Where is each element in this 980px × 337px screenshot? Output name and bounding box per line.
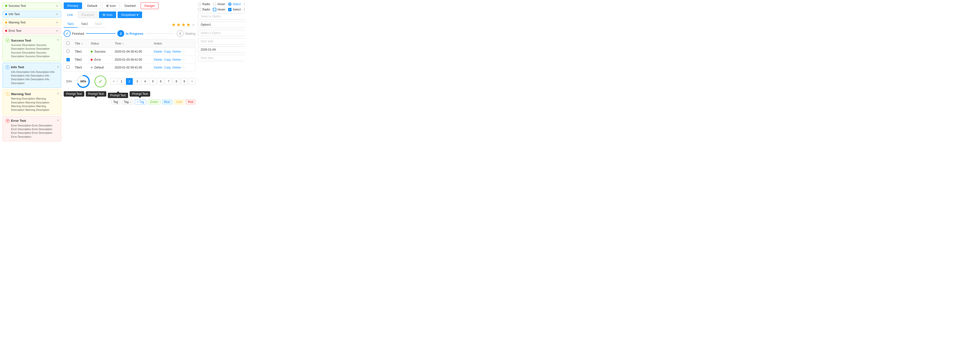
row-checkbox-checked[interactable]: ✓ [67,58,70,62]
alert-close-button[interactable]: × [56,13,59,16]
more-icon[interactable]: ··· [183,50,185,53]
tag-close-icon[interactable]: × [130,101,131,103]
dashed-button[interactable]: Dashed [121,2,139,9]
checkbox-label: Hover [217,8,225,11]
copy-link[interactable]: Copy [164,66,171,69]
cell-status: Error [88,56,112,63]
select-option-3[interactable]: Select a Option ▾ [198,30,245,36]
more-icon[interactable]: ··· [183,58,185,62]
row-checkbox[interactable] [67,50,70,53]
star-2[interactable]: ★ [177,22,181,28]
warning-dot [5,22,7,24]
alert-close-button[interactable]: × [57,119,59,122]
alert-close-button[interactable]: × [56,29,59,33]
alert-close-button[interactable]: × [56,4,59,8]
default-button[interactable]: Default [84,2,101,9]
row-checkbox[interactable] [67,66,70,69]
date-input-3[interactable]: Start date 📅 [198,55,245,61]
page-9[interactable]: 9 [181,78,188,85]
error-icon: ✕ [6,119,10,123]
table-row: Title3 Default 2020-01-02 09:41:00 Delet… [64,63,195,72]
primary-button[interactable]: Primary [64,2,82,9]
danger-button[interactable]: Danger [141,2,159,9]
icon-glyph: ⊞ [106,4,109,8]
more-icon[interactable]: ··· [183,66,185,69]
pagination-next[interactable]: > [189,78,196,85]
circle-progress: 68% [76,74,91,89]
checkbox-hover-box[interactable] [213,8,216,11]
checkbox-disabled: Disabled [244,8,245,11]
icon-glyph-blue: ⊞ [103,13,105,17]
delete-link[interactable]: Delete [154,50,162,53]
page-1[interactable]: 1 [118,78,125,85]
tab-tab2[interactable]: Tab2 [78,21,91,28]
alert-close-button[interactable]: × [57,38,59,42]
page-2-active[interactable]: 2 [126,78,133,85]
icon-button[interactable]: ⊞ Icon [102,2,119,9]
page-6[interactable]: 6 [157,78,164,85]
radio-dot [229,3,231,5]
alert-error-title: Error Text [11,119,26,122]
delete-link2[interactable]: Delete [172,58,181,62]
step-circle-active: 2 [117,30,124,37]
alert-close-button[interactable]: × [56,21,59,24]
delete-link[interactable]: Delete [154,66,162,69]
success-icon: ✓ [6,38,10,42]
add-tag-button[interactable]: + Tag [135,100,146,104]
copy-link[interactable]: Copy [164,50,171,53]
circle-label: 68% [80,80,86,83]
delete-link[interactable]: Delete [154,58,162,62]
select-option-1[interactable]: Select a Option ▾ [198,13,245,19]
cell-time: 2020-01-03 09:41:00 [112,56,151,63]
date-input-2[interactable]: 2020-01-04 📅 [198,46,245,53]
tooltip-box: Prompt Text [108,93,128,98]
step-circle-waiting: 3 [177,30,183,37]
tabs-stars-row: Tab1 Tab2 Tab3 ★ ★ ★ ★ ★ [64,21,196,28]
alert-success-complex: ✓ Success Text Success Description Succe… [2,36,61,61]
alert-error-complex: ✕ Error Text Error Description Error Des… [2,116,61,142]
pagination-prev[interactable]: < [110,78,117,85]
alert-warning-title: Warning Text [11,92,31,96]
radio-label: Radio [202,2,210,6]
page-4[interactable]: 4 [142,78,148,85]
page-8[interactable]: 8 [173,78,180,85]
alert-close-button[interactable]: × [57,65,59,69]
icon-blue-button[interactable]: ⊞ Icon [99,11,116,18]
copy-link[interactable]: Copy [164,58,171,62]
radio-label: Hover [217,2,225,6]
cell-title: Title3 [72,63,88,72]
date-input-1[interactable]: Start date 📅 [198,38,245,44]
star-1[interactable]: ★ [172,22,176,28]
star-3[interactable]: ★ [181,22,186,28]
radio-disabled: Disabled [244,2,245,6]
checkbox-checked-box[interactable]: ✓ [228,8,232,11]
tab-tab3: Tab3 [91,21,105,28]
star-5-empty[interactable]: ★ [191,22,196,28]
select-option-2[interactable]: Option1 ▾ [198,22,245,28]
button-row-1: Primary Default ⊞ Icon Dashed Danger [64,2,196,9]
delete-link2[interactable]: Delete [172,66,181,69]
delete-link2[interactable]: Delete [172,50,181,53]
checkbox-hover: Hover [213,8,225,11]
alert-success-desc: Success Description Success Description … [11,43,58,59]
alert-error-text: Error Text [9,29,21,33]
pagination: < 1 2 3 4 5 6 7 8 9 > [110,78,196,85]
page-7[interactable]: 7 [165,78,172,85]
cell-time: 2020-01-02 09:41:00 [112,63,151,72]
tab-tab1[interactable]: Tab1 [64,21,78,28]
dropdown-button[interactable]: Dropdown ▾ [118,11,142,18]
alert-warning-complex: ! Warning Text Warning Description Warni… [2,89,61,115]
alert-error-desc: Error Description Error Description Erro… [11,124,58,139]
tag-label: Tag [124,100,129,104]
step-waiting: 3 Waiting [177,30,196,37]
star-4-half[interactable]: ★ [186,22,191,28]
checkbox-box[interactable] [198,8,201,11]
table-select-all[interactable] [67,41,70,45]
page-5[interactable]: 5 [150,78,156,85]
link-button[interactable]: Link [64,12,76,18]
table-row: Title1 Success 2020-01-04 09:41:00 Delet… [64,48,195,56]
cell-title: Title2 [72,56,88,63]
status-dot-error [91,59,92,61]
alert-close-button[interactable]: × [57,92,59,95]
page-3[interactable]: 3 [134,78,141,85]
